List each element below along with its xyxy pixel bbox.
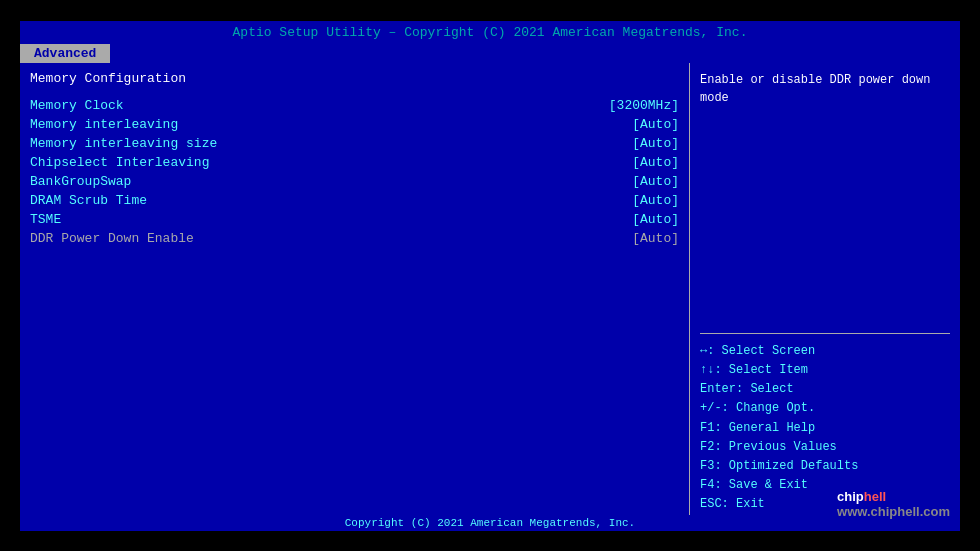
menu-item-3[interactable]: Chipselect Interleaving[Auto] xyxy=(30,155,679,170)
tab-bar: Advanced xyxy=(20,44,960,63)
menu-item-value-6: [Auto] xyxy=(632,212,679,227)
menu-item-label-3: Chipselect Interleaving xyxy=(30,155,209,170)
menu-item-1[interactable]: Memory interleaving[Auto] xyxy=(30,117,679,132)
legend-item-2: Enter: Select xyxy=(700,380,950,399)
right-panel: Enable or disable DDR power down mode ↔:… xyxy=(690,63,960,523)
menu-item-value-0: [3200MHz] xyxy=(609,98,679,113)
content-area: Memory Configuration Memory Clock[3200MH… xyxy=(20,63,960,523)
menu-item-value-2: [Auto] xyxy=(632,136,679,151)
section-title: Memory Configuration xyxy=(30,71,679,86)
bios-screen: Aptio Setup Utility – Copyright (C) 2021… xyxy=(20,21,960,531)
menu-item-value-4: [Auto] xyxy=(632,174,679,189)
menu-item-label-0: Memory Clock xyxy=(30,98,124,113)
menu-item-6[interactable]: TSME[Auto] xyxy=(30,212,679,227)
menu-item-0[interactable]: Memory Clock[3200MHz] xyxy=(30,98,679,113)
legend-item-0: ↔: Select Screen xyxy=(700,342,950,361)
menu-item-label-6: TSME xyxy=(30,212,61,227)
menu-item-value-7: [Auto] xyxy=(632,231,679,246)
legend-item-4: F1: General Help xyxy=(700,419,950,438)
menu-item-label-1: Memory interleaving xyxy=(30,117,178,132)
legend-item-6: F3: Optimized Defaults xyxy=(700,457,950,476)
legend-item-3: +/-: Change Opt. xyxy=(700,399,950,418)
legend-item-5: F2: Previous Values xyxy=(700,438,950,457)
watermark-hell: hell xyxy=(864,489,886,504)
watermark-chip: chip xyxy=(837,489,864,504)
menu-item-value-3: [Auto] xyxy=(632,155,679,170)
help-text: Enable or disable DDR power down mode xyxy=(700,71,950,325)
menu-item-value-1: [Auto] xyxy=(632,117,679,132)
divider xyxy=(700,333,950,334)
left-panel: Memory Configuration Memory Clock[3200MH… xyxy=(20,63,690,523)
tab-advanced[interactable]: Advanced xyxy=(20,44,110,63)
menu-item-label-2: Memory interleaving size xyxy=(30,136,217,151)
watermark-url: www.chiphell.com xyxy=(837,504,950,519)
menu-item-5[interactable]: DRAM Scrub Time[Auto] xyxy=(30,193,679,208)
top-bar: Aptio Setup Utility – Copyright (C) 2021… xyxy=(20,21,960,63)
menu-item-label-7: DDR Power Down Enable xyxy=(30,231,194,246)
header-title: Aptio Setup Utility – Copyright (C) 2021… xyxy=(233,25,748,40)
menu-item-value-5: [Auto] xyxy=(632,193,679,208)
menu-item-label-4: BankGroupSwap xyxy=(30,174,131,189)
menu-item-7: DDR Power Down Enable[Auto] xyxy=(30,231,679,246)
menu-item-4[interactable]: BankGroupSwap[Auto] xyxy=(30,174,679,189)
menu-item-label-5: DRAM Scrub Time xyxy=(30,193,147,208)
legend-item-1: ↑↓: Select Item xyxy=(700,361,950,380)
footer: Copyright (C) 2021 American Megatrends, … xyxy=(20,515,960,531)
watermark: chiphell www.chiphell.com xyxy=(837,489,950,519)
menu-items-container: Memory Clock[3200MHz]Memory interleaving… xyxy=(30,98,679,246)
menu-item-2[interactable]: Memory interleaving size[Auto] xyxy=(30,136,679,151)
